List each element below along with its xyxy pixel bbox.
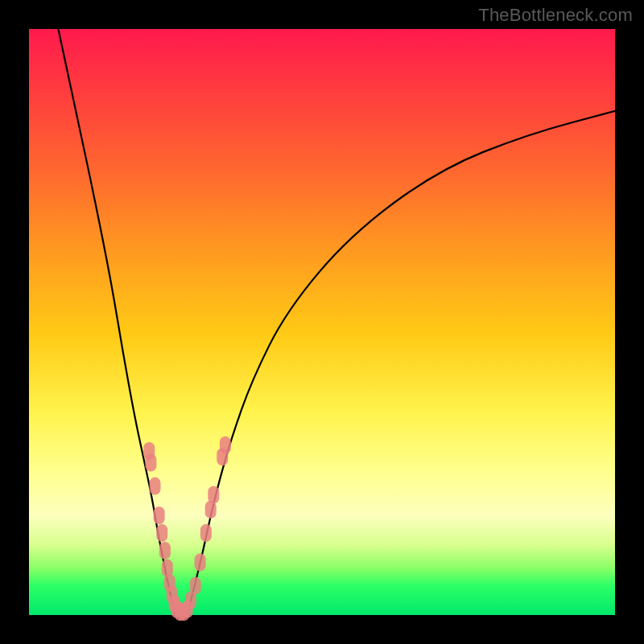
data-marker bbox=[220, 436, 231, 454]
watermark-text: TheBottleneck.com bbox=[478, 5, 633, 26]
data-marker bbox=[208, 486, 219, 504]
curve-layer bbox=[29, 29, 615, 615]
data-marker bbox=[190, 577, 201, 595]
data-markers bbox=[143, 436, 231, 621]
data-marker bbox=[195, 553, 206, 571]
data-marker bbox=[200, 524, 212, 542]
chart-frame: TheBottleneck.com bbox=[0, 0, 644, 644]
plot-area bbox=[29, 29, 615, 615]
data-marker bbox=[150, 477, 161, 495]
data-marker bbox=[154, 506, 165, 524]
data-marker bbox=[159, 542, 171, 559]
curve-right bbox=[188, 111, 615, 615]
data-marker bbox=[145, 454, 156, 472]
data-marker bbox=[156, 524, 167, 542]
